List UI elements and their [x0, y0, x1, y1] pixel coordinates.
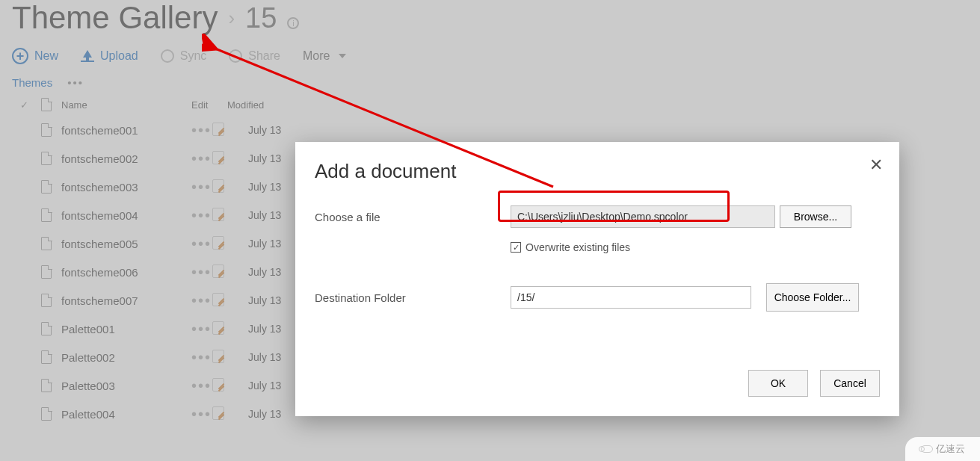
row-menu[interactable]: ••• — [191, 349, 212, 366]
row-edit[interactable] — [212, 350, 242, 365]
more-label: More — [303, 49, 330, 63]
edit-icon — [212, 179, 224, 193]
row-type-icon — [36, 152, 57, 165]
column-modified[interactable]: Modified — [221, 99, 311, 111]
edit-icon — [212, 378, 224, 392]
row-menu[interactable]: ••• — [191, 150, 212, 167]
row-name[interactable]: Palette002 — [57, 351, 191, 364]
plus-icon: + — [12, 48, 28, 64]
row-edit[interactable] — [212, 264, 242, 280]
close-icon[interactable]: ✕ — [869, 155, 883, 175]
sync-button[interactable]: Sync — [161, 49, 207, 63]
row-name[interactable]: fontscheme003 — [57, 181, 191, 194]
row-name[interactable]: Palette004 — [57, 408, 191, 421]
subnav-more-icon[interactable]: ••• — [67, 76, 84, 89]
upload-button[interactable]: Upload — [81, 49, 138, 63]
row-name[interactable]: fontscheme007 — [57, 294, 191, 307]
file-icon — [41, 350, 52, 364]
edit-icon — [212, 208, 224, 221]
column-name[interactable]: Name — [57, 99, 191, 111]
watermark-text: 亿速云 — [936, 442, 965, 456]
toolbar: + New Upload Sync Share More — [0, 43, 980, 72]
row-edit[interactable] — [212, 236, 242, 252]
row-name[interactable]: fontscheme001 — [57, 124, 191, 137]
watermark: 亿速云 — [905, 437, 980, 461]
row-edit[interactable] — [212, 123, 242, 138]
chevron-down-icon — [339, 54, 346, 58]
row-menu[interactable]: ••• — [191, 264, 212, 281]
breadcrumb-main[interactable]: Theme Gallery — [12, 0, 218, 36]
row-type-icon — [36, 123, 57, 137]
file-icon — [41, 123, 52, 137]
row-menu[interactable]: ••• — [191, 122, 212, 139]
edit-icon — [212, 293, 224, 306]
edit-icon — [212, 236, 224, 250]
file-path-input[interactable] — [511, 205, 775, 228]
edit-icon — [212, 321, 224, 335]
row-name[interactable]: fontscheme005 — [57, 238, 191, 250]
row-menu[interactable]: ••• — [191, 321, 212, 338]
row-edit[interactable] — [212, 378, 242, 394]
file-icon — [41, 180, 52, 194]
ellipsis-icon: ••• — [191, 406, 212, 422]
edit-icon — [212, 123, 224, 136]
row-name[interactable]: fontscheme006 — [57, 266, 191, 279]
row-type-icon — [36, 180, 57, 194]
row-edit[interactable] — [212, 208, 242, 223]
row-edit[interactable] — [212, 179, 242, 195]
ok-button[interactable]: OK — [748, 370, 808, 397]
ellipsis-icon: ••• — [191, 349, 212, 365]
row-edit[interactable] — [212, 151, 242, 167]
row-type-icon — [36, 350, 57, 364]
select-all-check[interactable]: ✓ — [12, 99, 36, 111]
browse-button[interactable]: Browse... — [780, 205, 851, 228]
destination-input[interactable] — [511, 286, 751, 309]
row-edit[interactable] — [212, 293, 242, 309]
sync-label: Sync — [180, 49, 207, 63]
row-type-icon — [36, 208, 57, 222]
choose-folder-button[interactable]: Choose Folder... — [766, 283, 859, 312]
grid-header: ✓ Name Edit Modified — [0, 93, 980, 116]
row-type-icon — [36, 265, 57, 279]
row-name[interactable]: Palette001 — [57, 323, 191, 335]
row-type-icon — [36, 379, 57, 392]
destination-label: Destination Folder — [315, 291, 511, 304]
cancel-button[interactable]: Cancel — [820, 370, 880, 397]
share-button[interactable]: Share — [229, 49, 280, 63]
type-column-icon — [36, 98, 57, 111]
edit-icon — [212, 264, 224, 278]
row-name[interactable]: fontscheme004 — [57, 209, 191, 222]
share-label: Share — [248, 49, 280, 63]
row-edit[interactable] — [212, 406, 242, 422]
row-name[interactable]: fontscheme002 — [57, 152, 191, 165]
ellipsis-icon: ••• — [191, 207, 212, 223]
edit-icon — [212, 151, 224, 164]
overwrite-checkbox[interactable]: ✓ — [511, 242, 521, 253]
row-menu[interactable]: ••• — [191, 179, 212, 196]
row-menu[interactable]: ••• — [191, 207, 212, 224]
ellipsis-icon: ••• — [191, 264, 212, 280]
watermark-icon — [921, 445, 933, 453]
new-button[interactable]: + New — [12, 48, 58, 64]
row-menu[interactable]: ••• — [191, 292, 212, 309]
themes-tab[interactable]: Themes — [12, 76, 52, 89]
row-menu[interactable]: ••• — [191, 377, 212, 395]
overwrite-label: Overwrite existing files — [526, 241, 630, 253]
column-edit[interactable]: Edit — [191, 99, 221, 111]
table-row[interactable]: fontscheme001•••July 13 — [12, 116, 968, 144]
row-menu[interactable]: ••• — [191, 235, 212, 253]
file-icon — [41, 407, 52, 421]
choose-file-label: Choose a file — [315, 211, 511, 223]
row-modified: July 13 — [242, 124, 332, 136]
info-icon[interactable]: i — [287, 17, 299, 29]
row-name[interactable]: Palette003 — [57, 380, 191, 392]
row-edit[interactable] — [212, 321, 242, 337]
breadcrumb: Theme Gallery › 15 i — [0, 0, 980, 43]
breadcrumb-sub[interactable]: 15 — [245, 2, 277, 34]
more-button[interactable]: More — [303, 49, 346, 63]
add-document-dialog: Add a document ✕ Choose a file Browse...… — [295, 142, 899, 416]
ellipsis-icon: ••• — [191, 122, 212, 138]
new-label: New — [34, 49, 58, 63]
row-menu[interactable]: ••• — [191, 406, 212, 423]
upload-icon — [81, 50, 94, 62]
